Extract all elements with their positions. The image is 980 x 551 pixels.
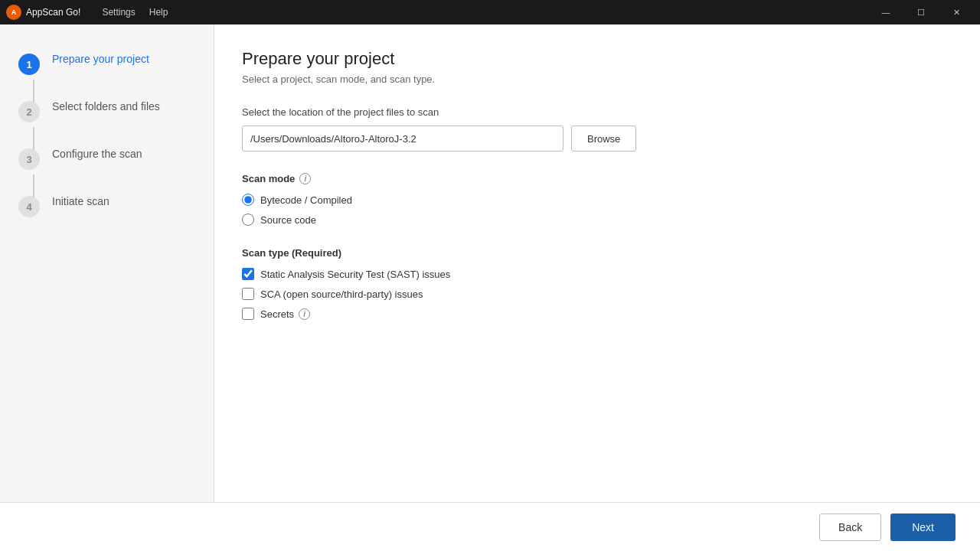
sca-label: SCA (open source/third-party) issues xyxy=(260,289,423,300)
source-radio[interactable] xyxy=(242,214,254,226)
sidebar-step-label-3: Configure the scan xyxy=(52,147,142,162)
page-title: Prepare your project xyxy=(242,49,952,69)
secrets-info-icon[interactable]: i xyxy=(299,308,310,320)
window-controls: — ☐ ✕ xyxy=(868,0,974,24)
settings-menu[interactable]: Settings xyxy=(96,4,141,21)
step-circle-3: 3 xyxy=(18,148,40,170)
back-button[interactable]: Back xyxy=(819,514,881,541)
sidebar-step-label-2: Select folders and files xyxy=(52,99,160,115)
file-section-label: Select the location of the project files… xyxy=(242,106,952,118)
titlebar: A AppScan Go! Settings Help — ☐ ✕ xyxy=(0,0,980,24)
scan-type-title: Scan type (Required) xyxy=(242,247,952,259)
minimize-button[interactable]: — xyxy=(868,0,903,24)
scan-type-options: Static Analysis Security Test (SAST) iss… xyxy=(242,268,952,320)
bytecode-label: Bytecode / Compiled xyxy=(260,194,352,206)
source-code-label: Source code xyxy=(260,214,316,226)
secrets-label: Secrets i xyxy=(260,308,310,320)
secrets-option[interactable]: Secrets i xyxy=(242,308,952,320)
sidebar: 1 Prepare your project 2 Select folders … xyxy=(0,24,214,502)
file-input-row: Browse xyxy=(242,126,952,152)
scan-mode-info-icon[interactable]: i xyxy=(299,173,311,184)
browse-button[interactable]: Browse xyxy=(571,126,636,152)
sidebar-step-label-1: Prepare your project xyxy=(52,52,149,67)
sast-label: Static Analysis Security Test (SAST) iss… xyxy=(260,269,450,280)
sidebar-step-4[interactable]: 4 Initiate scan xyxy=(0,182,214,230)
sca-checkbox[interactable] xyxy=(242,288,254,300)
main-content: Prepare your project Select a project, s… xyxy=(214,24,980,502)
bytecode-option[interactable]: Bytecode / Compiled xyxy=(242,194,952,206)
scan-mode-options: Bytecode / Compiled Source code xyxy=(242,194,952,226)
source-code-option[interactable]: Source code xyxy=(242,214,952,226)
sast-option[interactable]: Static Analysis Security Test (SAST) iss… xyxy=(242,268,952,280)
scan-type-section: Scan type (Required) Static Analysis Sec… xyxy=(242,247,952,320)
next-button[interactable]: Next xyxy=(890,514,956,541)
step-circle-1: 1 xyxy=(18,54,40,75)
menu-bar: Settings Help xyxy=(96,4,174,21)
step-circle-2: 2 xyxy=(18,101,40,122)
app-logo: A xyxy=(6,5,21,20)
sidebar-step-label-4: Initiate scan xyxy=(52,194,109,210)
secrets-checkbox[interactable] xyxy=(242,308,254,320)
app-name: AppScan Go! xyxy=(26,7,80,18)
scan-mode-title: Scan mode i xyxy=(242,173,952,184)
sidebar-step-1[interactable]: 1 Prepare your project xyxy=(0,40,214,87)
sast-checkbox[interactable] xyxy=(242,268,254,280)
scan-mode-section: Scan mode i Bytecode / Compiled Source c… xyxy=(242,173,952,226)
help-menu[interactable]: Help xyxy=(143,4,175,21)
step-circle-4: 4 xyxy=(18,196,40,217)
sca-option[interactable]: SCA (open source/third-party) issues xyxy=(242,288,952,300)
sidebar-step-2[interactable]: 2 Select folders and files xyxy=(0,87,214,135)
project-path-input[interactable] xyxy=(242,126,564,152)
app-body: 1 Prepare your project 2 Select folders … xyxy=(0,24,980,502)
sidebar-step-3[interactable]: 3 Configure the scan xyxy=(0,135,214,182)
bytecode-radio[interactable] xyxy=(242,194,254,206)
page-subtitle: Select a project, scan mode, and scan ty… xyxy=(242,73,952,85)
close-button[interactable]: ✕ xyxy=(939,0,974,24)
footer: Back Next xyxy=(0,502,980,551)
maximize-button[interactable]: ☐ xyxy=(903,0,939,24)
